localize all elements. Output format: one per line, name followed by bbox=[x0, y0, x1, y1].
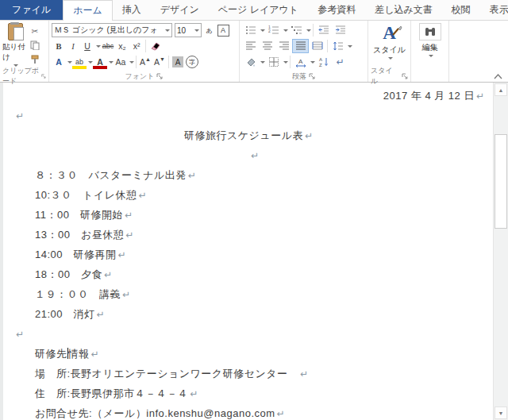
shading-button[interactable] bbox=[242, 55, 259, 69]
doc-line-15[interactable]: 場 所:長野オリエンテーションワーク研修センター ↵ bbox=[3, 364, 494, 383]
numbering-dropdown-arrow[interactable] bbox=[283, 29, 288, 34]
clipboard-dialog-launcher-icon[interactable] bbox=[41, 73, 46, 79]
doc-line-9[interactable]: 14:00 研修再開↵ bbox=[3, 245, 494, 264]
styles-button[interactable]: A スタイル bbox=[373, 24, 406, 60]
character-border-button[interactable]: A bbox=[216, 24, 230, 37]
character-shading-button[interactable]: A bbox=[171, 56, 185, 69]
multilevel-list-dropdown-arrow[interactable] bbox=[306, 29, 311, 34]
tab-file[interactable]: ファイル bbox=[0, 0, 63, 20]
subscript-button[interactable]: x₂ bbox=[115, 40, 129, 53]
borders-dropdown-arrow[interactable] bbox=[283, 61, 288, 66]
grow-font-button[interactable]: A▲ bbox=[138, 56, 152, 69]
tab-home[interactable]: ホーム bbox=[63, 0, 113, 21]
font-color-dropdown-arrow[interactable] bbox=[109, 61, 114, 66]
tab-mailings[interactable]: 差し込み文書 bbox=[365, 0, 442, 20]
copy-button[interactable] bbox=[28, 38, 42, 52]
change-case-button[interactable]: Aa bbox=[114, 56, 128, 69]
editing-button[interactable]: 編集 bbox=[419, 22, 441, 58]
strikethrough-button[interactable]: abc bbox=[101, 40, 115, 53]
highlight-color-button[interactable]: ab bbox=[72, 56, 87, 69]
italic-button[interactable]: I bbox=[66, 40, 80, 53]
paragraph-mark: ↵ bbox=[476, 91, 484, 102]
format-painter-button[interactable] bbox=[28, 52, 42, 66]
paragraph-mark: ↵ bbox=[305, 130, 313, 141]
numbering-icon: 12 bbox=[268, 25, 279, 36]
clear-formatting-button[interactable] bbox=[148, 40, 162, 53]
doc-line-8[interactable]: 13：00 お昼休憩↵ bbox=[3, 225, 494, 245]
styles-dialog-launcher-icon[interactable] bbox=[402, 73, 408, 79]
text-effects-dropdown-arrow[interactable] bbox=[67, 61, 72, 66]
font-name-combobox[interactable]: ＭＳ ゴシック (見出しのフォ bbox=[52, 23, 172, 37]
show-editing-marks-button[interactable]: ↵ bbox=[332, 55, 348, 69]
doc-line-7[interactable]: 11：00 研修開始↵ bbox=[3, 205, 494, 225]
styles-dropdown-arrow[interactable] bbox=[388, 57, 393, 62]
scroll-down-button[interactable]: ▼ bbox=[495, 407, 507, 419]
font-color-button[interactable]: A bbox=[93, 56, 107, 69]
enclose-characters-button[interactable]: 字 bbox=[185, 56, 199, 69]
justify-button[interactable] bbox=[292, 39, 309, 53]
highlight-dropdown-arrow[interactable] bbox=[88, 61, 93, 66]
paragraph-mark: ↵ bbox=[251, 150, 259, 161]
doc-line-4[interactable]: ↵ bbox=[3, 145, 494, 165]
tab-page-layout[interactable]: ページ レイアウト bbox=[209, 0, 308, 20]
font-size-dropdown-arrow[interactable] bbox=[194, 29, 199, 34]
align-right-button[interactable] bbox=[275, 39, 292, 53]
bold-button[interactable]: B bbox=[52, 40, 66, 53]
borders-button[interactable] bbox=[265, 55, 282, 69]
font-dialog-launcher-icon[interactable] bbox=[156, 73, 163, 79]
doc-line-16[interactable]: 住 所:長野県伊那市４－４－４↵ bbox=[3, 383, 494, 403]
align-left-button[interactable] bbox=[242, 39, 259, 53]
doc-line-17[interactable]: お問合せ先:（メール）info.kenshu@nagano.com↵ bbox=[3, 403, 494, 420]
doc-line-14[interactable]: 研修先情報↵ bbox=[3, 344, 494, 364]
grow-font-arrow-icon: ▲ bbox=[145, 56, 151, 62]
doc-line-6[interactable]: 10:３０ トイレ休憩↵ bbox=[3, 185, 494, 205]
multilevel-list-button[interactable] bbox=[288, 23, 305, 37]
doc-line-2[interactable]: ↵ bbox=[3, 106, 494, 125]
tab-references[interactable]: 参考資料 bbox=[308, 0, 365, 20]
doc-line-1[interactable]: 2017 年 4 月 12 日↵ bbox=[3, 86, 494, 106]
scroll-up-button[interactable]: ▲ bbox=[495, 83, 507, 96]
tab-design[interactable]: デザイン bbox=[151, 0, 209, 20]
bullets-button[interactable] bbox=[242, 23, 259, 37]
character-scaling-button[interactable]: A bbox=[292, 55, 309, 69]
line-spacing-dropdown-arrow[interactable] bbox=[348, 45, 352, 50]
tab-view[interactable]: 表示 bbox=[480, 0, 508, 20]
numbering-button[interactable]: 12 bbox=[265, 23, 282, 37]
editing-dropdown-arrow[interactable] bbox=[429, 55, 433, 60]
bullets-dropdown-arrow[interactable] bbox=[260, 29, 265, 34]
vertical-scrollbar[interactable]: ▲ ▼ bbox=[493, 83, 508, 420]
shading-dropdown-arrow[interactable] bbox=[260, 61, 265, 66]
ruby-button[interactable]: ぁ bbox=[202, 24, 216, 37]
paste-dropdown-arrow[interactable] bbox=[13, 64, 18, 69]
superscript-button[interactable]: x² bbox=[129, 40, 144, 53]
paste-button[interactable]: 貼り付け bbox=[2, 22, 28, 71]
line-spacing-button[interactable] bbox=[329, 39, 346, 53]
change-case-dropdown-arrow[interactable] bbox=[129, 61, 134, 66]
doc-line-11[interactable]: １９：００ 講義↵ bbox=[3, 284, 494, 304]
tab-insert[interactable]: 挿入 bbox=[113, 0, 151, 20]
doc-line-10[interactable]: 18：00 夕食↵ bbox=[3, 264, 494, 284]
collapse-ribbon-button[interactable] bbox=[494, 74, 502, 79]
scrollbar-thumb[interactable] bbox=[495, 134, 507, 229]
doc-line-5[interactable]: ８：３０ バスターミナル出発↵ bbox=[3, 165, 494, 185]
increase-indent-button[interactable] bbox=[332, 23, 348, 37]
page[interactable]: 2017 年 4 月 12 日↵↵研修旅行スケジュール表↵↵８：３０ バスターミ… bbox=[3, 83, 494, 420]
shrink-font-button[interactable]: A▼ bbox=[152, 56, 167, 69]
doc-line-13[interactable]: ↵ bbox=[3, 324, 494, 344]
text-effects-button[interactable]: A bbox=[52, 56, 66, 69]
doc-line-12[interactable]: 21:00 消灯↵ bbox=[3, 304, 494, 324]
underline-dropdown-arrow[interactable] bbox=[96, 45, 101, 50]
sort-button[interactable]: AZ bbox=[315, 55, 332, 69]
underline-button[interactable]: U bbox=[80, 40, 94, 53]
paragraph-dialog-launcher-icon[interactable] bbox=[309, 73, 315, 79]
paragraph-mark: ↵ bbox=[188, 170, 196, 181]
tab-review[interactable]: 校閲 bbox=[442, 0, 480, 20]
character-scaling-dropdown-arrow[interactable] bbox=[310, 61, 315, 66]
font-name-dropdown-arrow[interactable] bbox=[165, 29, 170, 34]
decrease-indent-button[interactable] bbox=[315, 23, 332, 37]
distribute-button[interactable] bbox=[309, 39, 325, 53]
doc-line-3[interactable]: 研修旅行スケジュール表↵ bbox=[3, 125, 494, 145]
cut-button[interactable]: ✂ bbox=[28, 24, 42, 37]
align-center-button[interactable] bbox=[259, 39, 275, 53]
font-size-combobox[interactable]: 10 bbox=[175, 23, 202, 37]
